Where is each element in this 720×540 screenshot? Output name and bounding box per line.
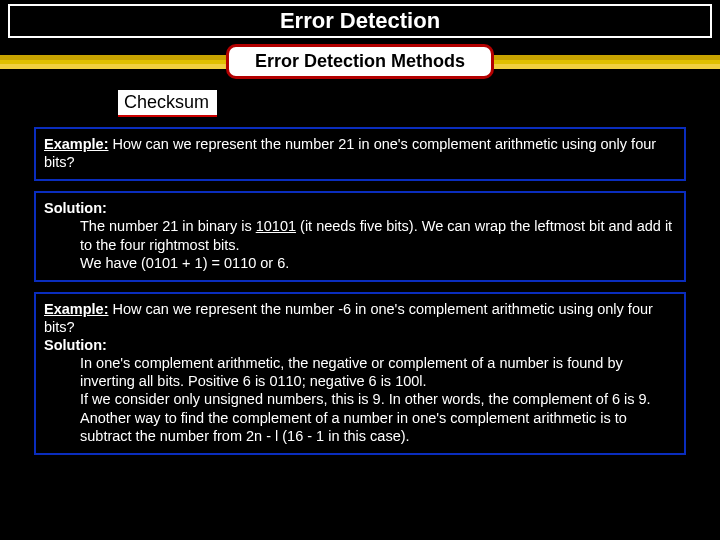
example-text-2: How can we represent the number -6 in on… (44, 301, 653, 335)
example-text: How can we represent the number 21 in on… (44, 136, 656, 170)
solution2-line-2: If we consider only unsigned numbers, th… (80, 390, 676, 444)
example-box-2: Example: How can we represent the number… (34, 292, 686, 455)
solution-label: Solution: (44, 200, 107, 216)
stripe-row: Error Detection Methods (0, 44, 720, 82)
solution-box-1: Solution: The number 21 in binary is 101… (34, 191, 686, 282)
slide: Error Detection Error Detection Methods … (0, 4, 720, 540)
section-label: Checksum (118, 90, 217, 117)
solution2-line-1: In one's complement arithmetic, the nega… (80, 354, 676, 390)
slide-title: Error Detection (10, 8, 710, 34)
solution-label-2: Solution: (44, 337, 107, 353)
example-box-1: Example: How can we represent the number… (34, 127, 686, 181)
method-box: Error Detection Methods (226, 44, 494, 79)
title-bar: Error Detection (8, 4, 712, 38)
solution-line-2: We have (0101 + 1) = 0110 or 6. (80, 254, 676, 272)
solution-line-1: The number 21 in binary is 10101 (it nee… (80, 217, 676, 253)
example-label: Example: (44, 136, 108, 152)
example-label-2: Example: (44, 301, 108, 317)
